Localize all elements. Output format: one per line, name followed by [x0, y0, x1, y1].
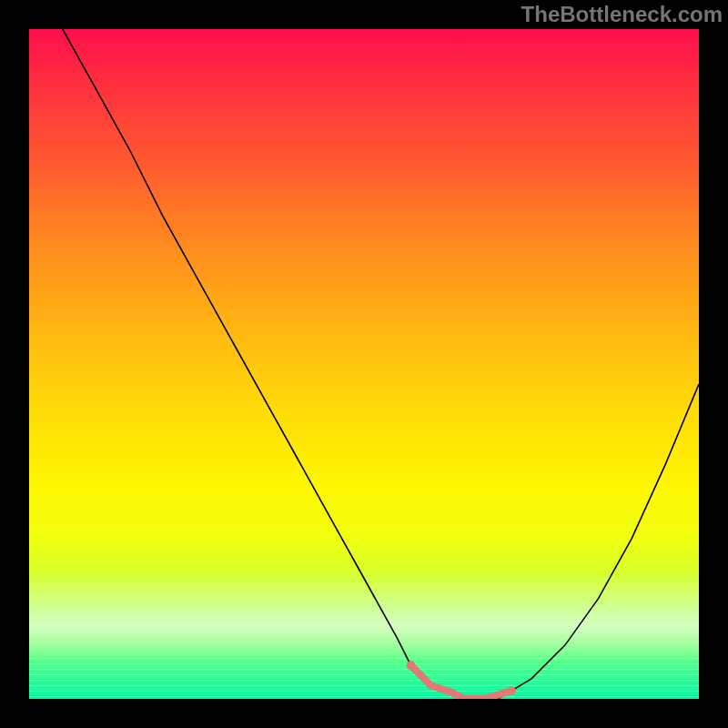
bottleneck-curve — [29, 29, 699, 699]
accent-dot-left — [407, 661, 416, 670]
watermark-text: TheBottleneck.com — [521, 2, 723, 27]
chart-frame: TheBottleneck.com — [0, 0, 728, 728]
accent-flat — [431, 685, 485, 699]
plot-area — [29, 29, 699, 699]
curve-path — [63, 29, 699, 699]
accent-dot-right — [507, 686, 516, 695]
